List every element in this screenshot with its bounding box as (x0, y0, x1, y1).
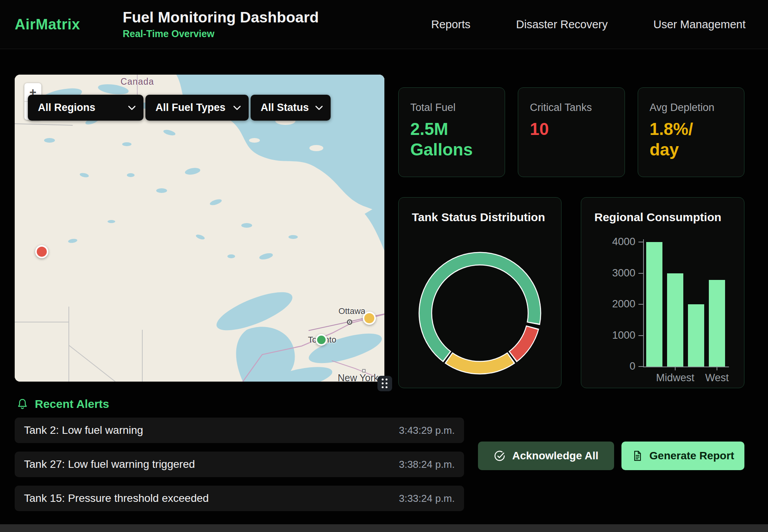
y-tick-label: 2000 (585, 298, 635, 310)
acknowledge-all-label: Acknowledge All (512, 450, 598, 462)
regional-consumption-card: Regional Consumption 01000200030004000Mi… (581, 197, 744, 388)
filter-dropdown-all-fuel-types[interactable]: All Fuel Types (145, 95, 249, 121)
stat-label: Avg Depletion (650, 102, 732, 114)
x-tick-label: West (705, 372, 729, 384)
main-nav: ReportsDisaster RecoveryUser Management (431, 0, 746, 49)
y-tick-mark (638, 273, 643, 274)
x-tick-mark (675, 367, 676, 370)
nav-item-disaster-recovery[interactable]: Disaster Recovery (516, 18, 608, 31)
generate-report-label: Generate Report (649, 450, 734, 462)
alert-timestamp: 3:43:29 p.m. (399, 425, 455, 437)
map-marker-2[interactable] (316, 334, 327, 346)
y-tick-label: 4000 (585, 236, 635, 248)
document-icon (631, 450, 643, 462)
y-tick-mark (638, 366, 643, 367)
alert-text: Tank 27: Low fuel warning triggered (24, 458, 195, 471)
y-axis (643, 239, 644, 367)
alert-row[interactable]: Tank 27: Low fuel warning triggered3:38:… (15, 452, 464, 477)
y-tick-mark (638, 335, 643, 336)
generate-report-button[interactable]: Generate Report (621, 442, 744, 470)
page-subtitle: Real-Time Overview (123, 28, 319, 39)
stat-label: Total Fuel (410, 102, 493, 114)
y-tick-label: 1000 (585, 329, 635, 341)
alerts-title: Recent Alerts (35, 397, 109, 411)
map-marker-0[interactable] (35, 245, 48, 258)
title-block: Fuel Monitoring Dashboard Real-Time Over… (123, 9, 319, 39)
stat-value: 10 (530, 119, 613, 140)
fuel-monitoring-dashboard: AirMatrix Fuel Monitoring Dashboard Real… (0, 0, 768, 532)
alert-row[interactable]: Tank 15: Pressure threshold exceeded3:33… (15, 486, 464, 511)
stat-card-total-fuel: Total Fuel2.5MGallons (398, 87, 505, 177)
brand-logo[interactable]: AirMatrix (15, 16, 80, 33)
filter-dropdown-all-regions[interactable]: All Regions (28, 95, 143, 121)
bell-icon (16, 397, 29, 411)
stat-value: 2.5MGallons (410, 119, 493, 160)
chevron-down-icon (128, 106, 136, 110)
alerts-header: Recent Alerts (16, 397, 109, 411)
stat-cards: Total Fuel2.5MGallonsCritical Tanks10Avg… (398, 87, 744, 177)
alert-text: Tank 2: Low fuel warning (24, 424, 143, 437)
y-tick-label: 0 (585, 360, 635, 372)
alert-text: Tank 15: Pressure threshold exceeded (24, 492, 209, 505)
regional-consumption-bar-chart: 01000200030004000MidwestWest (581, 198, 745, 389)
bar-unlabeled-2 (688, 304, 704, 367)
filter-label: All Status (261, 102, 309, 114)
chevron-down-icon (233, 106, 241, 110)
chevron-down-icon (315, 106, 323, 110)
header: AirMatrix Fuel Monitoring Dashboard Real… (0, 0, 768, 49)
filter-label: All Fuel Types (155, 102, 225, 114)
donut-segment-yellow (449, 358, 510, 368)
stat-label: Critical Tanks (530, 102, 613, 114)
stat-card-critical-tanks: Critical Tanks10 (518, 87, 625, 177)
alert-timestamp: 3:38:24 p.m. (399, 459, 455, 471)
map-label-canada: Canada (121, 77, 154, 87)
map[interactable]: Canada Ottawa Toronto New York + − All R… (15, 75, 384, 382)
tank-status-title: Tank Status Distribution (412, 211, 548, 224)
y-tick-mark (638, 304, 643, 305)
bar-west (709, 280, 725, 367)
donut-segment-green (425, 259, 534, 356)
x-tick-mark (717, 367, 717, 370)
resize-grip-icon[interactable] (377, 376, 392, 391)
map-label-new-york: New York (338, 372, 379, 382)
alert-row[interactable]: Tank 2: Low fuel warning3:43:29 p.m. (15, 418, 464, 443)
map-filters: All RegionsAll Fuel TypesAll Status (28, 95, 331, 121)
map-label-ottawa: Ottawa (338, 306, 365, 316)
x-axis (643, 367, 729, 367)
tank-status-card: Tank Status Distribution (398, 197, 561, 388)
y-tick-mark (638, 242, 643, 242)
filter-label: All Regions (38, 102, 96, 114)
y-tick-label: 3000 (585, 267, 635, 279)
map-marker-1[interactable] (363, 312, 376, 325)
nav-item-user-management[interactable]: User Management (653, 18, 746, 31)
acknowledge-all-button[interactable]: Acknowledge All (478, 442, 614, 470)
bar-midwest (667, 273, 683, 367)
stat-card-avg-depletion: Avg Depletion1.8%/day (638, 87, 744, 177)
x-tick-label: Midwest (656, 372, 694, 384)
check-circle-icon (493, 450, 506, 462)
stat-value: 1.8%/day (650, 119, 732, 160)
page-title: Fuel Monitoring Dashboard (123, 9, 319, 26)
filter-dropdown-all-status[interactable]: All Status (251, 95, 331, 121)
bottom-strip (0, 524, 768, 532)
alert-timestamp: 3:33:24 p.m. (399, 493, 455, 505)
town-icon (347, 319, 352, 325)
donut-segment-red (514, 328, 532, 356)
nav-item-reports[interactable]: Reports (431, 18, 471, 31)
bar-unlabeled-0 (646, 242, 662, 367)
tank-status-donut-chart (411, 245, 548, 382)
